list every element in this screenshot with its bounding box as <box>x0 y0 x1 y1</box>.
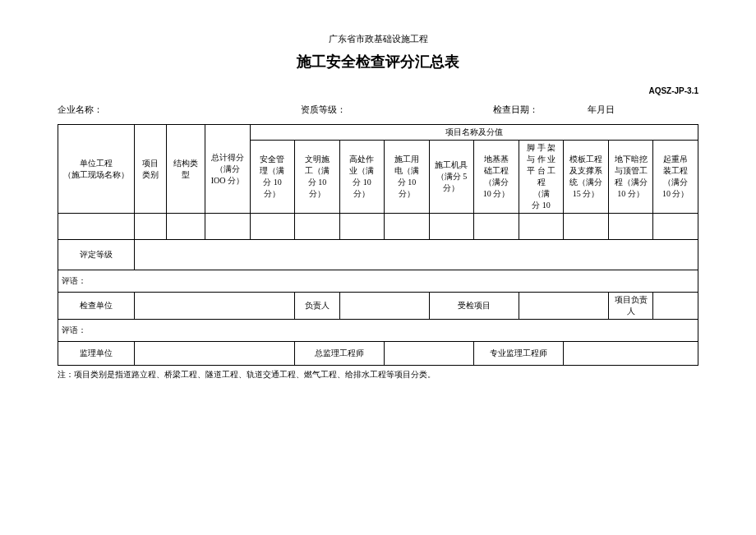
data-cell[interactable] <box>135 214 167 240</box>
pro-supervisor-value[interactable] <box>564 342 698 366</box>
responsible-label: 负责人 <box>295 293 340 320</box>
col-c2: 文明施工（满分 10分） <box>295 141 340 214</box>
col-c6: 地基基础工程（满分10 分） <box>474 141 519 214</box>
pingyu-row-2: 评语： <box>58 320 698 342</box>
pingyu-label: 评语： <box>58 270 698 293</box>
data-cell[interactable] <box>474 214 519 240</box>
col-c7: 脚 手 架与 作 业平 台 工程（满分 10 <box>519 141 564 214</box>
data-cell[interactable] <box>653 214 698 240</box>
check-date-field: 检查日期： 年月日 <box>493 104 698 116</box>
data-cell[interactable] <box>205 214 251 240</box>
data-cell[interactable] <box>385 214 430 240</box>
col-c8: 模板工程及支撑系统（满分15 分） <box>564 141 609 214</box>
responsible-value[interactable] <box>339 293 429 320</box>
assess-label: 评定等级 <box>58 240 135 270</box>
document-code: AQSZ-JP-3.1 <box>58 86 698 95</box>
pro-supervisor-label: 专业监理工程师 <box>474 342 564 366</box>
data-cell[interactable] <box>564 214 609 240</box>
supervisor-unit-label: 监理单位 <box>58 342 135 366</box>
check-date-label: 检查日期： <box>493 104 538 116</box>
check-unit-value[interactable] <box>135 293 295 320</box>
supervisor-unit-value[interactable] <box>135 342 295 366</box>
col-c3: 高处作业（满分 10分） <box>339 141 385 214</box>
data-cell[interactable] <box>339 214 385 240</box>
data-cell[interactable] <box>519 214 564 240</box>
page-title: 施工安全检查评分汇总表 <box>58 52 698 71</box>
pingyu-label-2: 评语： <box>58 320 698 342</box>
data-cell[interactable] <box>250 214 295 240</box>
data-cell[interactable] <box>608 214 653 240</box>
chief-supervisor-label: 总监理工程师 <box>295 342 385 366</box>
col-c1: 安全管理（满分 10分） <box>250 141 295 214</box>
data-cell[interactable] <box>429 214 474 240</box>
col-total: 总计得分（满分IOO 分） <box>205 125 251 214</box>
header-row-1: 单位工程（施工现场名称） 项目类别 结构类型 总计得分（满分IOO 分） 项目名… <box>58 125 698 141</box>
check-unit-label: 检查单位 <box>58 293 135 320</box>
supervisor-row: 监理单位 总监理工程师 专业监理工程师 <box>58 342 698 366</box>
data-cell[interactable] <box>167 214 205 240</box>
col-category: 项目类别 <box>135 125 167 214</box>
col-structure: 结构类型 <box>167 125 205 214</box>
check-unit-row: 检查单位 负责人 受检项目 项目负责人 <box>58 293 698 320</box>
footnote: 注：项目类别是指道路立程、桥梁工程、隧道工程、轨道交通工程、燃气工程、给排水工程… <box>58 369 698 380</box>
data-cell[interactable] <box>58 214 135 240</box>
assess-value[interactable] <box>135 240 698 270</box>
data-row <box>58 214 698 240</box>
group-header: 项目名称及分值 <box>250 125 698 141</box>
col-unit: 单位工程（施工现场名称） <box>58 125 135 214</box>
col-c4: 施工用电（满分 10分） <box>385 141 430 214</box>
info-row: 企业名称： 资质等级： 检查日期： 年月日 <box>58 104 698 116</box>
data-cell[interactable] <box>295 214 340 240</box>
chief-supervisor-value[interactable] <box>385 342 474 366</box>
col-c9: 地下暗挖与顶管工程（满分10 分） <box>608 141 653 214</box>
col-c10: 起重吊装工程（满分10 分） <box>653 141 698 214</box>
project-responsible-label: 项目负责人 <box>608 293 653 320</box>
inspected-project-value[interactable] <box>519 293 608 320</box>
inspected-project-label: 受检项目 <box>429 293 519 320</box>
grade-field: 资质等级： <box>301 104 493 116</box>
date-suffix: 年月日 <box>588 104 615 116</box>
header-subtitle: 广东省市政基础设施工程 <box>58 33 698 45</box>
project-responsible-value[interactable] <box>653 293 698 320</box>
col-c5: 施工机具（满分 5分） <box>429 141 474 214</box>
pingyu-row-1: 评语： <box>58 270 698 293</box>
company-name-field: 企业名称： <box>58 104 301 116</box>
main-table: 单位工程（施工现场名称） 项目类别 结构类型 总计得分（满分IOO 分） 项目名… <box>58 124 698 366</box>
assess-row: 评定等级 <box>58 240 698 270</box>
